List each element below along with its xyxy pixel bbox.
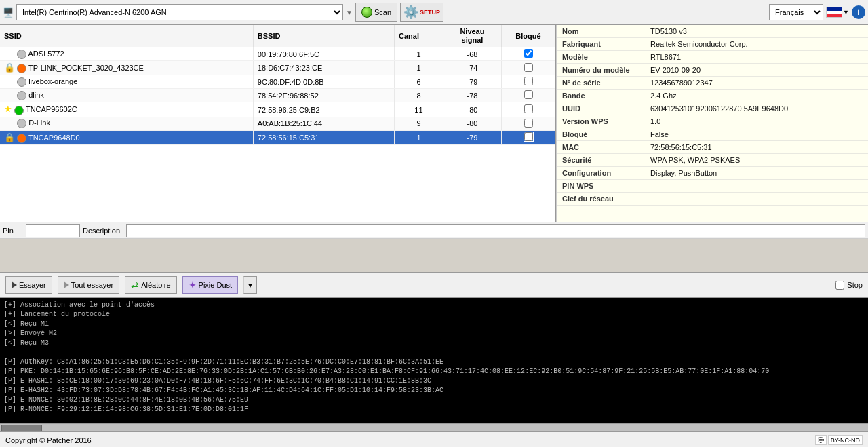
terminal-line bbox=[4, 414, 864, 423]
adapter-icon: 🖥️ bbox=[3, 7, 14, 18]
network-canal: 9 bbox=[395, 117, 443, 130]
network-ssid: dlink bbox=[0, 89, 253, 102]
info-label: Nom bbox=[557, 25, 645, 38]
network-bloque[interactable] bbox=[502, 47, 555, 61]
pixiedust-label: Pixie Dust bbox=[199, 281, 233, 289]
terminal-line: [P] E-HASH1: 85:CE:18:00:17:30:69:23:0A:… bbox=[4, 376, 864, 386]
info-button[interactable]: i bbox=[852, 5, 865, 19]
terminal-line: [+] Association avec le point d'accès bbox=[4, 300, 864, 310]
signal-circle bbox=[17, 91, 26, 100]
info-label: Fabriquant bbox=[557, 38, 645, 51]
networks-panel: SSID BSSID Canal Niveausignal Bloqué ADS… bbox=[0, 25, 556, 222]
network-bloque[interactable] bbox=[502, 61, 555, 75]
bloque-checkbox[interactable] bbox=[524, 49, 533, 58]
scan-button[interactable]: Scan bbox=[355, 3, 397, 22]
pixiedust-icon: ✦ bbox=[189, 279, 197, 290]
signal-circle bbox=[14, 106, 24, 115]
flag-icon: ▼ bbox=[826, 7, 849, 18]
col-ssid: SSID bbox=[0, 25, 253, 47]
network-bloque[interactable] bbox=[502, 130, 555, 144]
network-ssid: ★ TNCAP96602C bbox=[0, 102, 253, 117]
stop-area: Stop bbox=[835, 281, 863, 290]
network-row[interactable]: 🔒 TP-LINK_POCKET_3020_4323CE18:D6:C7:43:… bbox=[0, 61, 555, 75]
info-value: 2.4 Ghz bbox=[645, 90, 868, 102]
network-row[interactable]: D-LinkA0:AB:1B:25:1C:449-80 bbox=[0, 117, 555, 130]
bloque-checkbox[interactable] bbox=[524, 90, 533, 99]
pin-input[interactable] bbox=[26, 224, 80, 237]
terminal-line: [<] Reçu M1 bbox=[4, 319, 864, 329]
essayer-button[interactable]: Essayer bbox=[5, 276, 52, 294]
info-row: ConfigurationDisplay, PushButton bbox=[557, 167, 868, 180]
info-value: 6304125310192006122870 5A9E9648D0 bbox=[645, 102, 868, 115]
main-toolbar: 🖥️ Intel(R) Centrino(R) Advanced-N 6200 … bbox=[0, 0, 868, 25]
description-input[interactable] bbox=[126, 224, 865, 237]
info-value: 1.0 bbox=[645, 115, 868, 128]
setup-button[interactable]: ⚙️ SETUP bbox=[400, 3, 443, 22]
network-ssid: ADSL5772 bbox=[0, 47, 253, 61]
pin-label: Pin bbox=[3, 227, 23, 235]
bloque-checkbox[interactable] bbox=[524, 119, 533, 128]
info-row: SécuritéWPA PSK, WPA2 PSKAES bbox=[557, 154, 868, 167]
tout-essayer-label: Tout essayer bbox=[71, 281, 113, 289]
copyright-text: Copyright © Patcher 2016 bbox=[5, 436, 815, 444]
cc-badge: 🅭 bbox=[815, 435, 827, 445]
pixiedust-dropdown[interactable]: ▼ bbox=[243, 276, 257, 294]
signal-circle bbox=[17, 119, 26, 128]
info-value: TD5130 v3 bbox=[645, 25, 868, 38]
tout-essayer-button[interactable]: Tout essayer bbox=[58, 276, 119, 294]
info-row: PIN WPS bbox=[557, 180, 868, 193]
info-row: Version WPS1.0 bbox=[557, 115, 868, 128]
network-ssid: 🔒 TP-LINK_POCKET_3020_4323CE bbox=[0, 61, 253, 75]
network-bssid: 72:58:96:25:C9:B2 bbox=[253, 102, 394, 117]
terminal[interactable]: [+] Association avec le point d'accès[+]… bbox=[0, 298, 868, 423]
stop-checkbox[interactable] bbox=[835, 281, 844, 290]
signal-circle bbox=[17, 50, 26, 59]
info-row: MAC72:58:56:15:C5:31 bbox=[557, 141, 868, 154]
aleatoire-button[interactable]: ⇄ Aléatoire bbox=[125, 276, 176, 294]
networks-tbody: ADSL577200:19:70:80:6F:5C1-68🔒 TP-LINK_P… bbox=[0, 47, 555, 144]
license-text: BY-NC-ND bbox=[828, 435, 863, 445]
info-label: Configuration bbox=[557, 167, 645, 180]
network-bssid: 72:58:56:15:C5:31 bbox=[253, 130, 394, 144]
info-row: Nº de série123456789012347 bbox=[557, 77, 868, 90]
network-bloque[interactable] bbox=[502, 75, 555, 89]
lock-icon: 🔒 bbox=[4, 132, 15, 142]
adapter-select[interactable]: Intel(R) Centrino(R) Advanced-N 6200 AGN bbox=[16, 4, 343, 20]
terminal-line: [P] R-NONCE: F9:29:12:1E:14:98:C6:38:5D:… bbox=[4, 405, 864, 414]
terminal-area: [+] Association avec le point d'accès[+]… bbox=[0, 298, 868, 423]
bloque-checkbox[interactable] bbox=[524, 77, 533, 85]
info-label: Bloqué bbox=[557, 128, 645, 141]
network-row[interactable]: dlink78:54:2E:96:88:528-78 bbox=[0, 89, 555, 102]
network-signal: -78 bbox=[443, 89, 501, 102]
info-label: Sécurité bbox=[557, 154, 645, 167]
language-select[interactable]: Français English bbox=[769, 4, 823, 20]
info-value: WPA PSK, WPA2 PSKAES bbox=[645, 154, 868, 167]
network-row[interactable]: livebox-orange9C:80:DF:4D:0D:8B6-79 bbox=[0, 75, 555, 89]
signal-circle bbox=[17, 64, 26, 73]
terminal-line: [P] E-HASH2: 43:FD:73:07:3D:D8:78:4B:67:… bbox=[4, 386, 864, 395]
scroll-thumb[interactable] bbox=[1, 425, 42, 431]
network-canal: 6 bbox=[395, 75, 443, 89]
network-row[interactable]: 🔒 TNCAP9648D072:58:56:15:C5:311-79 bbox=[0, 130, 555, 144]
info-row: BloquéFalse bbox=[557, 128, 868, 141]
horizontal-scrollbar[interactable] bbox=[0, 423, 868, 431]
essayer-label: Essayer bbox=[19, 281, 46, 289]
bloque-checkbox[interactable] bbox=[524, 104, 533, 113]
pixiedust-button[interactable]: ✦ Pixie Dust bbox=[182, 276, 239, 294]
network-bloque[interactable] bbox=[502, 89, 555, 102]
network-row[interactable]: ★ TNCAP96602C72:58:96:25:C9:B211-80 bbox=[0, 102, 555, 117]
bloque-checkbox[interactable] bbox=[524, 132, 533, 141]
network-canal: 1 bbox=[395, 47, 443, 61]
play-icon bbox=[12, 281, 17, 288]
terminal-line bbox=[4, 348, 864, 357]
network-row[interactable]: ADSL577200:19:70:80:6F:5C1-68 bbox=[0, 47, 555, 61]
network-bloque[interactable] bbox=[502, 102, 555, 117]
bloque-checkbox[interactable] bbox=[524, 63, 533, 72]
info-value bbox=[645, 193, 868, 206]
info-value: False bbox=[645, 128, 868, 141]
col-bloque: Bloqué bbox=[502, 25, 555, 47]
scan-icon bbox=[361, 7, 372, 18]
info-label: Numéro du modèle bbox=[557, 64, 645, 77]
lock-icon: 🔒 bbox=[4, 62, 15, 73]
network-bloque[interactable] bbox=[502, 117, 555, 130]
